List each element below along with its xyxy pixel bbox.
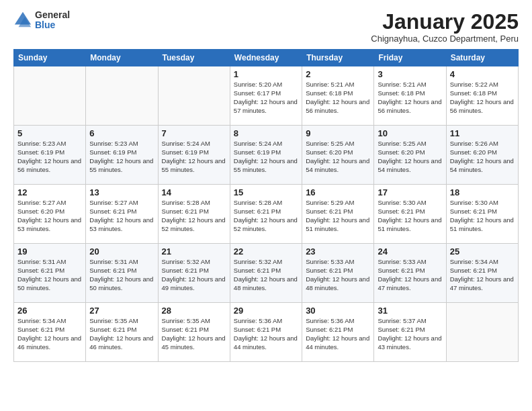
cell-w2-d2: 14 Sunrise: 5:28 AMSunset: 6:21 PMDaylig… — [158, 185, 230, 244]
day-number: 8 — [234, 128, 298, 138]
cell-info: Sunrise: 5:31 AMSunset: 6:21 PMDaylight:… — [89, 258, 153, 291]
day-number: 12 — [17, 187, 82, 197]
week-row-0: 1 Sunrise: 5:20 AMSunset: 6:17 PMDayligh… — [14, 66, 519, 126]
cell-w1-d0: 5 Sunrise: 5:23 AMSunset: 6:19 PMDayligh… — [14, 126, 86, 185]
day-number: 19 — [17, 246, 82, 257]
cell-info: Sunrise: 5:33 AMSunset: 6:21 PMDaylight:… — [378, 258, 441, 291]
cell-w3-d0: 19 Sunrise: 5:31 AMSunset: 6:21 PMDaylig… — [14, 244, 86, 303]
header: General Blue January 2025 Chignayhua, Cu… — [13, 10, 519, 44]
cell-w2-d4: 16 Sunrise: 5:29 AMSunset: 6:21 PMDaylig… — [302, 185, 374, 244]
cell-info: Sunrise: 5:25 AMSunset: 6:20 PMDaylight:… — [306, 140, 369, 173]
cell-w0-d4: 2 Sunrise: 5:21 AMSunset: 6:18 PMDayligh… — [302, 66, 374, 126]
cell-info: Sunrise: 5:26 AMSunset: 6:20 PMDaylight:… — [450, 140, 514, 173]
day-number: 9 — [306, 128, 370, 138]
day-number: 24 — [378, 246, 442, 257]
cell-w3-d3: 22 Sunrise: 5:32 AMSunset: 6:21 PMDaylig… — [230, 244, 302, 303]
calendar-table: Sunday Monday Tuesday Wednesday Thursday… — [13, 49, 519, 362]
day-number: 17 — [378, 187, 442, 197]
cell-info: Sunrise: 5:35 AMSunset: 6:21 PMDaylight:… — [162, 317, 226, 350]
cell-info: Sunrise: 5:34 AMSunset: 6:21 PMDaylight:… — [450, 258, 514, 291]
cell-w0-d1 — [86, 66, 158, 126]
day-number: 3 — [378, 69, 442, 79]
cell-info: Sunrise: 5:32 AMSunset: 6:21 PMDaylight:… — [234, 258, 298, 291]
header-tuesday: Tuesday — [158, 50, 230, 66]
header-wednesday: Wednesday — [230, 50, 302, 66]
cell-w4-d2: 28 Sunrise: 5:35 AMSunset: 6:21 PMDaylig… — [158, 303, 230, 362]
week-row-4: 26 Sunrise: 5:34 AMSunset: 6:21 PMDaylig… — [14, 303, 519, 362]
logo-general: General — [35, 10, 70, 20]
title-block: January 2025 Chignayhua, Cuzco Departmen… — [371, 10, 519, 44]
cell-w1-d5: 10 Sunrise: 5:25 AMSunset: 6:20 PMDaylig… — [374, 126, 446, 185]
week-row-2: 12 Sunrise: 5:27 AMSunset: 6:20 PMDaylig… — [14, 185, 519, 244]
cell-w3-d2: 21 Sunrise: 5:32 AMSunset: 6:21 PMDaylig… — [158, 244, 230, 303]
cell-w3-d5: 24 Sunrise: 5:33 AMSunset: 6:21 PMDaylig… — [374, 244, 446, 303]
logo-text: General Blue — [35, 10, 70, 31]
cell-info: Sunrise: 5:23 AMSunset: 6:19 PMDaylight:… — [17, 140, 81, 173]
day-number: 23 — [306, 246, 370, 257]
cell-info: Sunrise: 5:23 AMSunset: 6:19 PMDaylight:… — [89, 140, 153, 173]
logo-blue: Blue — [35, 20, 70, 30]
cell-info: Sunrise: 5:37 AMSunset: 6:21 PMDaylight:… — [378, 317, 441, 350]
cell-w2-d3: 15 Sunrise: 5:28 AMSunset: 6:21 PMDaylig… — [230, 185, 302, 244]
cell-info: Sunrise: 5:20 AMSunset: 6:17 PMDaylight:… — [234, 81, 298, 113]
cell-info: Sunrise: 5:28 AMSunset: 6:21 PMDaylight:… — [234, 199, 298, 232]
cell-w4-d1: 27 Sunrise: 5:35 AMSunset: 6:21 PMDaylig… — [86, 303, 158, 362]
header-row: Sunday Monday Tuesday Wednesday Thursday… — [14, 50, 519, 66]
cell-info: Sunrise: 5:36 AMSunset: 6:21 PMDaylight:… — [234, 317, 298, 350]
day-number: 15 — [234, 187, 298, 197]
day-number: 20 — [89, 246, 154, 257]
cell-w4-d5: 31 Sunrise: 5:37 AMSunset: 6:21 PMDaylig… — [374, 303, 446, 362]
cell-info: Sunrise: 5:27 AMSunset: 6:20 PMDaylight:… — [17, 199, 81, 232]
logo: General Blue — [13, 10, 70, 31]
cell-info: Sunrise: 5:28 AMSunset: 6:21 PMDaylight:… — [162, 199, 226, 232]
day-number: 22 — [234, 246, 298, 257]
cell-info: Sunrise: 5:21 AMSunset: 6:18 PMDaylight:… — [378, 81, 441, 113]
cell-info: Sunrise: 5:36 AMSunset: 6:21 PMDaylight:… — [306, 317, 369, 350]
day-number: 1 — [234, 69, 298, 79]
day-number: 29 — [234, 306, 298, 316]
day-number: 16 — [306, 187, 370, 197]
cell-info: Sunrise: 5:31 AMSunset: 6:21 PMDaylight:… — [17, 258, 81, 291]
cell-w3-d6: 25 Sunrise: 5:34 AMSunset: 6:21 PMDaylig… — [446, 244, 518, 303]
day-number: 30 — [306, 306, 370, 316]
cell-w2-d0: 12 Sunrise: 5:27 AMSunset: 6:20 PMDaylig… — [14, 185, 86, 244]
day-number: 25 — [450, 246, 515, 257]
cell-w4-d4: 30 Sunrise: 5:36 AMSunset: 6:21 PMDaylig… — [302, 303, 374, 362]
week-row-1: 5 Sunrise: 5:23 AMSunset: 6:19 PMDayligh… — [14, 126, 519, 185]
day-number: 5 — [17, 128, 82, 138]
main-title: January 2025 — [371, 10, 519, 34]
day-number: 10 — [378, 128, 442, 138]
day-number: 4 — [450, 69, 515, 79]
day-number: 31 — [378, 306, 442, 316]
day-number: 27 — [89, 306, 154, 316]
cell-info: Sunrise: 5:32 AMSunset: 6:21 PMDaylight:… — [162, 258, 226, 291]
cell-info: Sunrise: 5:25 AMSunset: 6:20 PMDaylight:… — [378, 140, 441, 173]
logo-icon — [13, 11, 32, 30]
cell-w2-d6: 18 Sunrise: 5:30 AMSunset: 6:21 PMDaylig… — [446, 185, 518, 244]
cell-info: Sunrise: 5:27 AMSunset: 6:21 PMDaylight:… — [89, 199, 153, 232]
day-number: 6 — [89, 128, 154, 138]
day-number: 11 — [450, 128, 515, 138]
header-sunday: Sunday — [14, 50, 86, 66]
page: General Blue January 2025 Chignayhua, Cu… — [0, 0, 532, 411]
cell-w0-d0 — [14, 66, 86, 126]
cell-w3-d1: 20 Sunrise: 5:31 AMSunset: 6:21 PMDaylig… — [86, 244, 158, 303]
cell-w2-d1: 13 Sunrise: 5:27 AMSunset: 6:21 PMDaylig… — [86, 185, 158, 244]
day-number: 26 — [17, 306, 82, 316]
cell-info: Sunrise: 5:22 AMSunset: 6:18 PMDaylight:… — [450, 81, 514, 113]
day-number: 14 — [162, 187, 226, 197]
header-thursday: Thursday — [302, 50, 374, 66]
cell-w1-d6: 11 Sunrise: 5:26 AMSunset: 6:20 PMDaylig… — [446, 126, 518, 185]
cell-info: Sunrise: 5:30 AMSunset: 6:21 PMDaylight:… — [378, 199, 441, 232]
day-number: 7 — [162, 128, 226, 138]
cell-info: Sunrise: 5:24 AMSunset: 6:19 PMDaylight:… — [162, 140, 226, 173]
cell-info: Sunrise: 5:34 AMSunset: 6:21 PMDaylight:… — [17, 317, 81, 350]
cell-w1-d2: 7 Sunrise: 5:24 AMSunset: 6:19 PMDayligh… — [158, 126, 230, 185]
cell-info: Sunrise: 5:21 AMSunset: 6:18 PMDaylight:… — [306, 81, 369, 113]
cell-info: Sunrise: 5:24 AMSunset: 6:19 PMDaylight:… — [234, 140, 298, 173]
cell-w4-d0: 26 Sunrise: 5:34 AMSunset: 6:21 PMDaylig… — [14, 303, 86, 362]
cell-info: Sunrise: 5:33 AMSunset: 6:21 PMDaylight:… — [306, 258, 369, 291]
cell-w0-d6: 4 Sunrise: 5:22 AMSunset: 6:18 PMDayligh… — [446, 66, 518, 126]
cell-w0-d3: 1 Sunrise: 5:20 AMSunset: 6:17 PMDayligh… — [230, 66, 302, 126]
cell-w1-d3: 8 Sunrise: 5:24 AMSunset: 6:19 PMDayligh… — [230, 126, 302, 185]
